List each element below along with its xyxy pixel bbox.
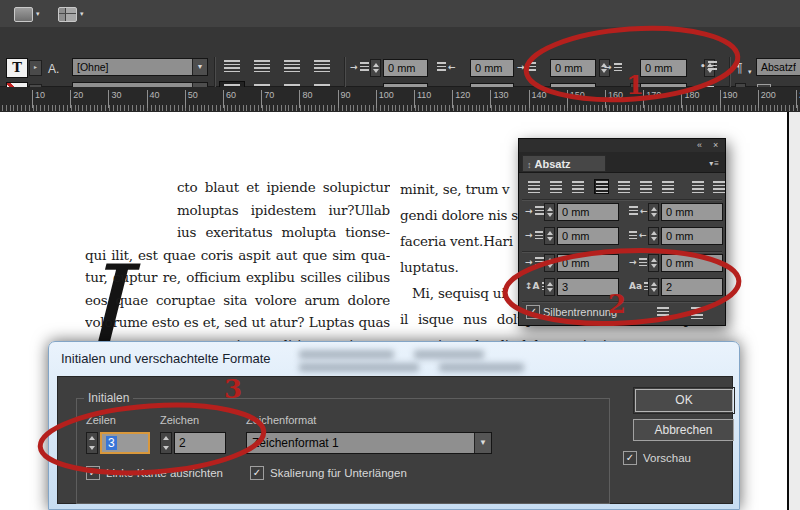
- bars-graphic: [629, 206, 638, 216]
- text-line: ius exeritatus molupta tionse-: [85, 221, 390, 244]
- paragraph-style-icon[interactable]: ¶: [736, 61, 742, 75]
- chevron-down-icon[interactable]: ▼: [192, 59, 207, 75]
- space-after-stepper[interactable]: [648, 254, 659, 272]
- paragraph-style-dropdown[interactable]: Absatzfor: [756, 58, 800, 76]
- drop-cap-chars-field[interactable]: 2: [661, 278, 723, 296]
- zeilen-field[interactable]: 3: [100, 432, 150, 454]
- ruler-label: 170: [643, 90, 661, 108]
- ruler-label: 130: [490, 90, 508, 108]
- panel-header: « ×: [519, 139, 725, 153]
- tab-absatz[interactable]: ↕Absatz: [522, 155, 606, 172]
- zeichen-field[interactable]: 2: [174, 432, 226, 454]
- cancel-button[interactable]: Abbrechen: [633, 419, 734, 441]
- panel-menu-icon[interactable]: ▾≡: [709, 159, 720, 168]
- first-line-indent-field[interactable]: 0 mm: [557, 227, 619, 245]
- space-after-icon: →: [629, 257, 647, 267]
- chevron-down-icon[interactable]: ▼: [474, 433, 491, 453]
- last-line-indent-stepper[interactable]: [648, 227, 659, 245]
- bars-graphic: [535, 231, 543, 239]
- left-edge-checkbox[interactable]: ✓: [86, 466, 100, 480]
- left-edge-label: Linke Kante ausrichten: [106, 467, 223, 479]
- character-style-dropdown[interactable]: [Ohne] ▼: [72, 58, 208, 76]
- space-before-field[interactable]: 0 mm: [550, 59, 596, 77]
- justify-last-right-icon[interactable]: [638, 179, 653, 194]
- align-right-icon[interactable]: [570, 179, 585, 194]
- text-line: cto blaut et ipiende solupictur: [85, 176, 390, 199]
- align-spine-icon[interactable]: [309, 57, 335, 76]
- align-left-icon[interactable]: [219, 57, 245, 76]
- bars-graphic: [596, 181, 608, 193]
- zeilen-stepper[interactable]: [86, 432, 98, 454]
- page-edge: [787, 112, 789, 510]
- bars-graphic: [713, 181, 725, 193]
- pasteboard: [789, 112, 800, 510]
- bars-graphic: [614, 63, 622, 71]
- bars-graphic: [314, 60, 330, 73]
- arrange-documents-button[interactable]: ▾: [58, 5, 84, 23]
- ruler-label: 20: [70, 90, 83, 108]
- left-indent-stepper[interactable]: [544, 203, 555, 221]
- space-before-field[interactable]: 0 mm: [557, 254, 619, 272]
- justify-last-left-icon[interactable]: [594, 179, 609, 194]
- drop-cap-lines-field[interactable]: 3: [557, 278, 619, 296]
- bulleted-list-icon[interactable]: •: [700, 61, 717, 71]
- bars-graphic: [708, 61, 717, 71]
- left-indent-field[interactable]: 0 mm: [557, 203, 619, 221]
- bars-graphic: [535, 257, 544, 267]
- selected-text: 3: [106, 436, 117, 450]
- panel-tab-bar: ↕Absatz ▾≡: [519, 152, 725, 173]
- first-line-indent-stepper[interactable]: [544, 227, 555, 245]
- ruler-label: 190: [720, 90, 738, 108]
- descender-checkbox[interactable]: ✓: [250, 466, 264, 480]
- ruler-ticks: [2, 105, 800, 111]
- close-icon[interactable]: ×: [713, 139, 718, 151]
- absatz-panel: « × ↕Absatz ▾≡ → 0 mm ← 0 mm → 0 mm: [518, 138, 726, 326]
- align-right-icon[interactable]: [279, 57, 305, 76]
- space-before-icon: →: [517, 62, 536, 72]
- right-indent-field[interactable]: 0 mm: [470, 59, 514, 77]
- space-after-field[interactable]: 0 mm: [640, 59, 687, 77]
- bars-graphic: [535, 206, 544, 216]
- ok-button[interactable]: OK: [635, 389, 733, 412]
- preview-checkbox[interactable]: ✓: [623, 451, 637, 465]
- glass-blur-graphic: [299, 363, 419, 372]
- character-style-icon[interactable]: A.: [48, 62, 59, 76]
- justify-last-center-icon[interactable]: [616, 179, 631, 194]
- character-formatting-icon[interactable]: T: [6, 58, 28, 78]
- left-indent-field[interactable]: 0 mm: [383, 59, 428, 77]
- drop-cap-lines-stepper[interactable]: [544, 278, 555, 296]
- last-line-indent-field[interactable]: 0 mm: [661, 227, 723, 245]
- drop-cap-chars-stepper[interactable]: [648, 278, 659, 296]
- preview-label: Vorschau: [643, 452, 691, 464]
- bars-graphic: [692, 181, 704, 193]
- arrange-documents-icon: [58, 7, 77, 22]
- dialog-body: Initialen Zeilen 3 Zeichen 2 Zeichenform…: [57, 376, 733, 504]
- ruler[interactable]: 1020304050607080901001101201301401501601…: [0, 87, 800, 113]
- zeichen-stepper[interactable]: [160, 432, 172, 454]
- align-toward-spine-icon[interactable]: [690, 179, 705, 194]
- ruler-label: 110: [414, 90, 431, 108]
- space-after-field[interactable]: 0 mm: [661, 254, 723, 272]
- space-before-stepper[interactable]: [544, 254, 555, 272]
- justify-all-icon[interactable]: [660, 179, 675, 194]
- paragraph-border-icon[interactable]: [657, 307, 669, 319]
- first-line-indent-icon: →: [525, 230, 543, 240]
- right-indent-stepper[interactable]: [648, 203, 659, 221]
- align-center-icon[interactable]: [249, 57, 275, 76]
- right-indent-icon: ←: [629, 206, 648, 216]
- zeichenformat-label: Zeichenformat: [246, 414, 316, 426]
- align-left-icon[interactable]: [526, 179, 541, 194]
- bars-graphic: [437, 62, 446, 72]
- ruler-label: 40: [147, 90, 160, 108]
- paragraph-shading-icon[interactable]: [691, 307, 703, 319]
- right-indent-field[interactable]: 0 mm: [661, 203, 723, 221]
- zeichenformat-dropdown[interactable]: Zeichenformat 1 ▼: [246, 432, 492, 454]
- collapse-panel-icon[interactable]: «: [697, 139, 702, 151]
- character-flyout-arrow-icon[interactable]: ►: [29, 60, 42, 76]
- screen-mode-button[interactable]: ▾: [14, 5, 40, 23]
- left-indent-stepper[interactable]: [370, 59, 381, 77]
- align-away-spine-icon[interactable]: [711, 179, 726, 194]
- hyphenate-checkbox[interactable]: ✓: [526, 305, 540, 319]
- align-center-icon[interactable]: [548, 179, 563, 194]
- ruler-label: 160: [605, 90, 623, 108]
